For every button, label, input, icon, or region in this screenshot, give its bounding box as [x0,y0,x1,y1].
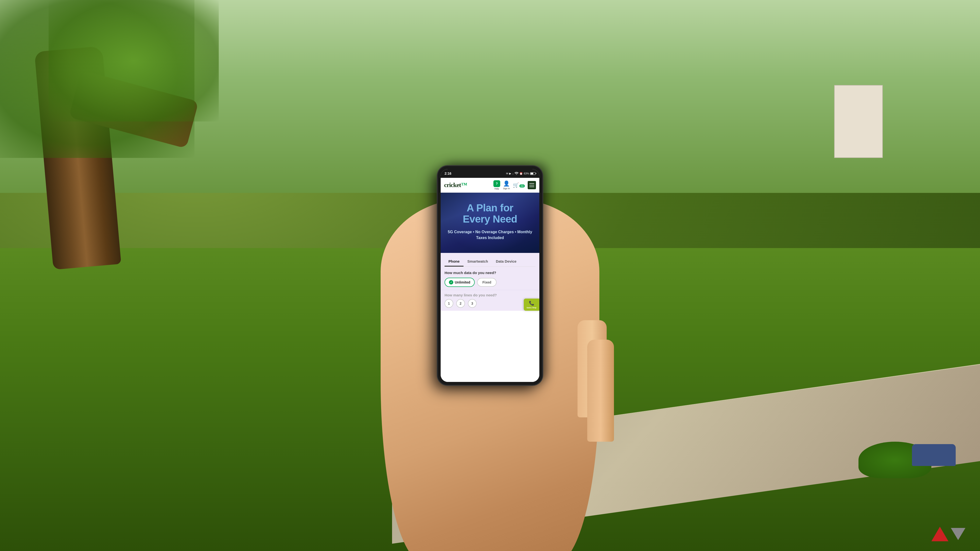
logo-dot: ™ [461,181,467,189]
notch [476,169,504,176]
red-triangle-icon [931,527,948,541]
wifi-icon [515,172,519,175]
lines-question: How many lines do you need? [445,293,535,297]
tabs-row: Phone Smartwatch Data Device [445,257,535,267]
lines-numbers: 1 2 3 [445,299,535,308]
nav-cart-button[interactable]: 🛒(1) [513,182,525,188]
logo-text: cricket [444,181,461,189]
cricket-logo: cricket™ [444,181,467,189]
help-icon: ? [493,180,500,187]
lines-section: How many lines do you need? 1 2 3 [441,290,539,311]
cart-icon: 🛒(1) [513,182,525,188]
line-2-label: 2 [460,302,461,305]
line-1-label: 1 [448,302,450,305]
cart-badge: (1) [519,184,525,187]
tab-phone[interactable]: Phone [445,257,463,267]
menu-line-2 [530,185,534,185]
phone-icon: 📞 [529,300,534,306]
hero-title: A Plan for Every Need [447,202,533,225]
car [912,444,956,466]
tab-smartwatch-label: Smartwatch [468,259,488,264]
hamburger-menu-button[interactable] [528,181,536,189]
help-label: Help [495,187,499,190]
data-options: ✓ Unlimited Fixed [445,278,535,287]
data-question: How much data do you need? [445,271,535,275]
youtube-icon: ▶ [509,172,511,175]
hero-banner: A Plan for Every Need 5G Coverage • No O… [441,193,539,253]
website-content: cricket™ ? Help 👤 Sign In 🛒(1) [441,178,539,382]
gray-triangle-icon [951,528,966,540]
hero-title-line2: Every Need [463,213,517,225]
fixed-label: Fixed [482,280,492,284]
signin-label: Sign In [503,187,510,190]
alarm-icon: ⏰ [519,172,523,175]
nav-bar: cricket™ ? Help 👤 Sign In 🛒(1) [441,178,539,193]
battery-icon [530,172,535,175]
finger-2 [587,340,614,442]
status-icons: ✉ ▶ ↓ ⏰ 63% [506,172,535,175]
nav-right: ? Help 👤 Sign In 🛒(1) [493,180,536,190]
line-2-button[interactable]: 2 [456,299,465,308]
check-icon: ✓ [449,280,453,284]
status-time: 2:16 [445,171,451,175]
tabs-section: Phone Smartwatch Data Device [441,253,539,267]
line-3-button[interactable]: 3 [468,299,477,308]
tab-phone-label: Phone [449,259,460,264]
nav-help-button[interactable]: ? Help [493,180,500,190]
unlimited-option[interactable]: ✓ Unlimited [445,278,475,287]
line-1-button[interactable]: 1 [445,299,453,308]
data-section: How much data do you need? ✓ Unlimited F… [441,267,539,290]
message-icon: ✉ [506,172,508,175]
status-bar: 2:16 ✉ ▶ ↓ ⏰ 63% [441,169,539,178]
phone-body: 2:16 ✉ ▶ ↓ ⏰ 63% [438,166,542,385]
nav-signin-button[interactable]: 👤 Sign In [503,181,510,190]
phone-screen: 2:16 ✉ ▶ ↓ ⏰ 63% [441,169,539,382]
unlimited-label: Unlimited [455,280,470,284]
tab-data-device-label: Data Device [496,259,517,264]
sales-help-button[interactable]: 📞 Sales Help [524,299,539,311]
tab-data-device[interactable]: Data Device [492,257,520,267]
download-icon: ↓ [512,172,514,175]
hero-title-line1: A Plan for [467,202,513,214]
foliage-2 [49,0,219,121]
menu-line-3 [530,187,534,187]
watermark [931,527,966,541]
line-3-label: 3 [471,302,473,305]
tab-smartwatch[interactable]: Smartwatch [463,257,492,267]
user-icon: 👤 [503,181,510,187]
menu-line-1 [530,183,534,184]
fixed-option[interactable]: Fixed [477,278,497,287]
phone-wrapper: 2:16 ✉ ▶ ↓ ⏰ 63% [438,166,542,385]
house [834,85,883,158]
hero-subtitle: 5G Coverage • No Overage Charges • Month… [447,229,533,241]
battery-text: 63% [524,172,529,175]
sales-help-label: Sales Help [527,306,536,309]
